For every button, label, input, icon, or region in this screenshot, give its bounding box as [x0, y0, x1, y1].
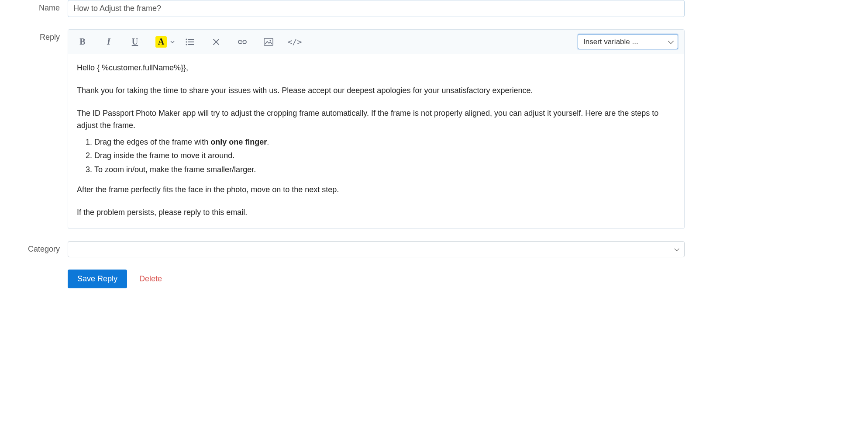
list-icon [186, 38, 194, 45]
list-button[interactable] [182, 35, 198, 49]
svg-rect-6 [264, 38, 273, 45]
reply-step-3: To zoom in/out, make the frame smaller/l… [94, 164, 675, 176]
reply-steps-list: Drag the edges of the frame with only on… [94, 136, 675, 176]
link-icon [238, 39, 247, 45]
reply-closing: If the problem persists, please reply to… [77, 207, 675, 219]
reply-after: After the frame perfectly fits the face … [77, 184, 675, 196]
image-button[interactable] [260, 35, 277, 49]
text-color-dropdown[interactable] [168, 35, 177, 49]
delete-link[interactable]: Delete [139, 274, 162, 284]
image-icon [264, 38, 273, 46]
svg-rect-5 [188, 44, 194, 45]
editor-toolbar: B I U A [68, 30, 684, 54]
insert-variable-select[interactable]: Insert variable ... [578, 34, 678, 49]
caret-down-icon [170, 41, 175, 43]
italic-button[interactable]: I [100, 35, 117, 49]
category-select[interactable] [68, 241, 685, 257]
reply-greeting: Hello { %customer.fullName%}}, [77, 62, 675, 74]
save-reply-button[interactable]: Save Reply [68, 270, 127, 288]
svg-rect-3 [188, 42, 194, 42]
svg-rect-1 [188, 39, 194, 40]
svg-point-0 [186, 38, 187, 40]
svg-point-4 [186, 44, 187, 45]
name-label: Name [4, 0, 68, 13]
category-label: Category [4, 241, 68, 254]
underline-button[interactable]: U [127, 35, 143, 49]
reply-label: Reply [4, 29, 68, 42]
name-input[interactable] [68, 0, 685, 17]
svg-point-2 [186, 41, 187, 42]
reply-step-1: Drag the edges of the frame with only on… [94, 136, 675, 149]
svg-point-7 [270, 40, 271, 41]
clear-format-button[interactable] [208, 35, 224, 49]
reply-intro: Thank you for taking the time to share y… [77, 85, 675, 97]
close-icon [213, 38, 220, 45]
bold-button[interactable]: B [74, 35, 91, 49]
reply-step-2: Drag inside the frame to move it around. [94, 150, 675, 162]
code-button[interactable]: </> [286, 35, 303, 49]
reply-body-editor[interactable]: Hello { %customer.fullName%}}, Thank you… [68, 54, 684, 228]
reply-editor: B I U A [68, 29, 685, 229]
reply-explain: The ID Passport Photo Maker app will try… [77, 107, 675, 132]
text-color-button[interactable]: A [155, 36, 167, 48]
link-button[interactable] [234, 35, 251, 49]
